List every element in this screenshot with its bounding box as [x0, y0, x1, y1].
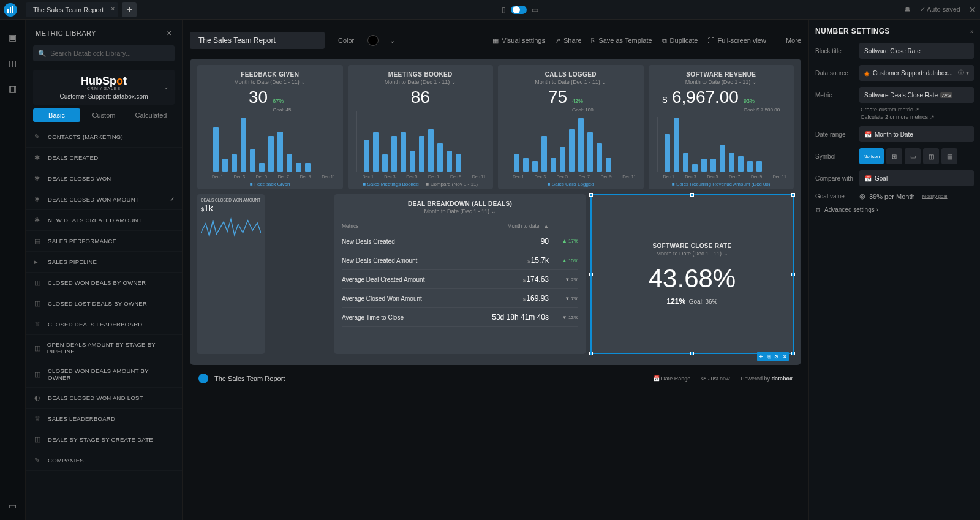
dashboard-canvas: The Sales Team Report Color ⌄ ▦ Visual s…: [183, 20, 809, 520]
block-toolbar[interactable]: ✚⎘⚙✕: [757, 352, 789, 361]
deal-breakdown-block[interactable]: DEAL BREAKDOWN (ALL DEALS) Month to Date…: [334, 194, 586, 354]
goal-value: ◎ 36% per Month Modify goal: [859, 192, 948, 200]
share-button[interactable]: ↗ Share: [555, 37, 581, 45]
metric-type-icon: ◫: [34, 279, 43, 287]
create-custom-metric-link[interactable]: Create custom metric ↗: [861, 107, 974, 113]
modify-goal-link[interactable]: Modify goal: [922, 194, 948, 199]
metric-item[interactable]: ◫OPEN DEALS AMOUNT BY STAGE BY PIPELINE: [26, 335, 182, 361]
metric-item[interactable]: ◫CLOSED LOST DEALS BY OWNER: [26, 293, 182, 314]
calculate-metrics-link[interactable]: Calculate 2 or more metrics ↗: [861, 114, 974, 120]
more-button[interactable]: ⋯ More: [776, 37, 801, 45]
tab-custom[interactable]: Custom: [80, 108, 127, 122]
metric-type-icon: ▸: [34, 258, 43, 266]
check-icon: ✓: [170, 196, 175, 203]
metric-item[interactable]: ✎CONTACTS (MARKETING): [26, 127, 182, 148]
metric-item[interactable]: ♕SALES LEADERBOARD: [26, 409, 182, 429]
metric-select[interactable]: Software Deals Close RateAVG: [859, 87, 974, 103]
close-icon[interactable]: ✕: [969, 5, 976, 15]
feedback-given-block[interactable]: FEEDBACK GIVEN Month to Date (Dec 1 - 11…: [197, 65, 343, 189]
chevron-down-icon[interactable]: ⌄: [390, 37, 395, 45]
close-icon[interactable]: ×: [167, 28, 172, 38]
resize-handle[interactable]: [791, 273, 795, 276]
metric-item[interactable]: ◫CLOSED WON DEALS BY OWNER: [26, 273, 182, 293]
gear-icon: ⚙: [815, 206, 821, 213]
table-row: Average Time to Close53d 18h 41m 40s▼ 13…: [342, 308, 578, 327]
app-logo-icon[interactable]: [4, 3, 17, 17]
dashboard-title-input[interactable]: The Sales Team Report: [190, 32, 325, 49]
metric-item[interactable]: ◫CLOSED WON DEALS AMOUNT BY OWNER: [26, 361, 182, 388]
x-axis: Dec 1Dec 3Dec 5Dec 7Dec 9Dec 11: [212, 175, 336, 179]
duplicate-button[interactable]: ⧉ Duplicate: [662, 37, 698, 45]
metric-item[interactable]: ✱DEALS CREATED: [26, 148, 182, 168]
bell-icon[interactable]: 🔔︎: [904, 6, 911, 14]
metric-item[interactable]: ▸SALES PIPELINE: [26, 252, 182, 273]
revenue-chart: [665, 117, 786, 172]
dashboard-icon[interactable]: ▣: [7, 32, 18, 43]
metric-type-icon: ▤: [34, 237, 43, 245]
resize-handle[interactable]: [589, 193, 593, 197]
settings-icon[interactable]: ▥: [7, 83, 18, 94]
meetings-booked-block[interactable]: MEETINGS BOOKED Month to Date (Dec 1 - 1…: [348, 65, 494, 189]
metric-type-icon: ◫: [34, 435, 43, 443]
empty-block[interactable]: [270, 194, 330, 354]
resize-handle[interactable]: [589, 273, 593, 276]
meetings-chart: [364, 111, 485, 172]
color-picker[interactable]: [368, 35, 379, 46]
tab-calculated[interactable]: Calculated: [127, 108, 175, 122]
metric-type-icon: ✱: [34, 154, 43, 162]
mobile-icon[interactable]: ▯: [502, 6, 506, 14]
metric-item[interactable]: ♕CLOSED DEALS LEADERBOARD: [26, 314, 182, 335]
deals-closed-won-amount-block[interactable]: DEALS CLOSED WON AMOUNT $1k: [197, 194, 265, 354]
block-title-input[interactable]: Software Close Rate⚙: [859, 43, 974, 59]
expand-icon[interactable]: ▭: [7, 500, 18, 511]
sym-3[interactable]: ◫: [923, 148, 939, 164]
resize-handle[interactable]: [690, 352, 694, 355]
data-source-select[interactable]: ◉Customer Support: databox... ⓘ ▾: [859, 65, 974, 81]
resize-handle[interactable]: [791, 352, 795, 355]
metric-item[interactable]: ✱NEW DEALS CREATED AMOUNT: [26, 210, 182, 231]
sym-2[interactable]: ▭: [905, 148, 921, 164]
tab-basic[interactable]: Basic: [33, 108, 80, 122]
footer-title: The Sales Team Report: [214, 375, 285, 382]
chart-icon[interactable]: ◫: [7, 58, 18, 69]
data-source-card[interactable]: HubSpot CRM / SALES Customer Support: da…: [33, 70, 175, 105]
software-revenue-block[interactable]: SOFTWARE REVENUE Month to Date (Dec 1 - …: [649, 65, 794, 189]
metric-type-icon: ♕: [34, 320, 43, 328]
calendar-icon: 📅: [864, 175, 872, 182]
metric-item[interactable]: ✱DEALS CLOSED WON AMOUNT✓: [26, 189, 182, 210]
visual-settings-button[interactable]: ▦ Visual settings: [492, 37, 545, 45]
sym-4[interactable]: ▤: [941, 148, 957, 164]
page-tab[interactable]: The Sales Team Report ×: [26, 2, 118, 17]
metric-type-icon: ◐: [34, 394, 43, 402]
save-as-template-button[interactable]: ⎘ Save as Template: [591, 37, 652, 45]
metric-item[interactable]: ◐DEALS CLOSED WON AND LOST: [26, 388, 182, 409]
close-icon[interactable]: ×: [111, 5, 115, 12]
search-input[interactable]: 🔍 Search Datablock Library...: [33, 45, 175, 61]
metric-library-sidebar: METRIC LIBRARY × 🔍 Search Datablock Libr…: [26, 20, 183, 520]
add-tab-button[interactable]: +: [122, 2, 137, 17]
full-screen-view-button[interactable]: ⛶ Full-screen view: [707, 37, 766, 45]
refresh-status[interactable]: ⟳ Just now: [701, 375, 729, 382]
device-toggle[interactable]: [511, 6, 527, 14]
metric-item[interactable]: ✱DEALS CLOSED WON: [26, 168, 182, 189]
collapse-icon[interactable]: »: [970, 28, 974, 35]
calls-logged-block[interactable]: CALLS LOGGED Month to Date (Dec 1 - 11) …: [498, 65, 644, 189]
metric-type-icon: ✎: [34, 456, 43, 464]
desktop-icon[interactable]: ▭: [532, 6, 538, 14]
metric-item[interactable]: ▤SALES PERFORMANCE: [26, 231, 182, 252]
dashboard-grid: FEEDBACK GIVEN Month to Date (Dec 1 - 11…: [190, 59, 801, 365]
metric-item[interactable]: ◫DEALS BY STAGE BY CREATE DATE: [26, 429, 182, 450]
software-close-rate-block[interactable]: SOFTWARE CLOSE RATE Month to Date (Dec 1…: [590, 194, 794, 354]
resize-handle[interactable]: [690, 193, 694, 197]
metric-type-icon: ✱: [34, 216, 43, 224]
advanced-settings-link[interactable]: ⚙Advanced settings ›: [815, 206, 974, 213]
table-row: New Deals Created90▲ 17%: [342, 232, 578, 251]
resize-handle[interactable]: [589, 352, 593, 355]
compare-with-select[interactable]: 📅Goal: [859, 170, 974, 186]
no-icon-button[interactable]: No icon: [859, 148, 884, 164]
sym-1[interactable]: ⊞: [886, 148, 902, 164]
date-range-select[interactable]: 📅Month to Date: [859, 126, 974, 142]
date-range-link[interactable]: 📅 Date Range: [653, 375, 691, 382]
resize-handle[interactable]: [791, 193, 795, 197]
metric-item[interactable]: ✎COMPANIES: [26, 450, 182, 471]
